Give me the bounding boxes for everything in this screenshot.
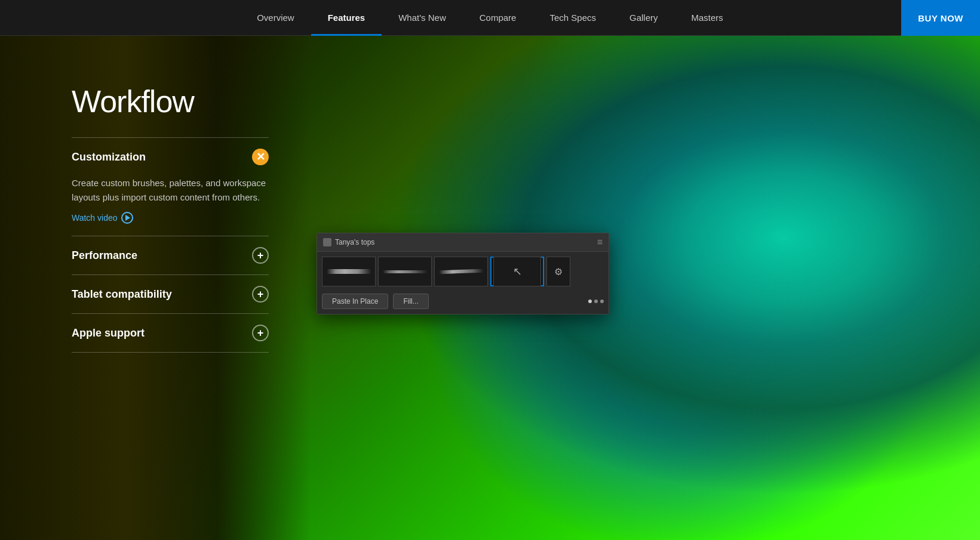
nav-dot-1[interactable]	[588, 300, 592, 303]
gear-area[interactable]: ⚙	[546, 257, 570, 286]
cursor-symbol: ↖	[513, 265, 522, 278]
accordion-item-performance: Performance +	[72, 236, 269, 274]
brush-grid: ↖ ⚙	[317, 252, 609, 291]
accordion-plus-icon-performance[interactable]: +	[252, 247, 269, 264]
brush-cell-1[interactable]	[322, 257, 376, 286]
watch-video-link[interactable]: Watch video	[72, 212, 269, 224]
brush-cell-selected[interactable]: ↖	[490, 257, 544, 286]
brush-stroke-3	[438, 269, 483, 274]
brush-panel-title-area: Tanya's tops	[323, 238, 374, 246]
accordion-label-performance: Performance	[72, 249, 137, 262]
fill-button[interactable]: Fill...	[393, 294, 428, 309]
nav-dot-3[interactable]	[600, 300, 604, 303]
gear-icon[interactable]: ⚙	[554, 266, 563, 277]
accordion-item-tablet: Tablet compatibility +	[72, 274, 269, 313]
buy-now-button[interactable]: BUY NOW	[901, 0, 980, 36]
watch-video-label: Watch video	[72, 213, 118, 223]
nav-item-tech-specs[interactable]: Tech Specs	[533, 0, 613, 36]
brush-panel-icon	[323, 238, 331, 246]
nav-item-features[interactable]: Features	[311, 0, 382, 36]
accordion-label-customization: Customization	[72, 151, 146, 163]
accordion-header-performance[interactable]: Performance +	[72, 236, 269, 274]
brush-stroke-1	[327, 269, 371, 274]
section-title: Workflow	[72, 84, 269, 119]
nav-item-whats-new[interactable]: What's New	[382, 0, 463, 36]
accordion-header-customization[interactable]: Customization ✕	[72, 138, 269, 176]
sidebar-content: Workflow Customization ✕ Create custom b…	[0, 36, 299, 540]
main-nav: Overview Features What's New Compare Tec…	[0, 0, 980, 36]
brush-stroke-2	[383, 270, 428, 273]
accordion-item-customization: Customization ✕ Create custom brushes, p…	[72, 137, 269, 236]
accordion-body-customization: Create custom brushes, palettes, and wor…	[72, 176, 269, 236]
brush-panel-titlebar: Tanya's tops ≡	[317, 233, 609, 252]
play-icon	[121, 212, 133, 224]
accordion-close-icon-customization[interactable]: ✕	[252, 149, 269, 165]
brush-panel-menu-icon[interactable]: ≡	[597, 237, 603, 248]
accordion-plus-icon-apple[interactable]: +	[252, 325, 269, 341]
brush-cell-3[interactable]	[434, 257, 488, 286]
play-triangle	[125, 215, 130, 221]
brush-cell-2[interactable]	[378, 257, 432, 286]
accordion: Customization ✕ Create custom brushes, p…	[72, 137, 269, 353]
accordion-header-tablet[interactable]: Tablet compatibility +	[72, 275, 269, 313]
nav-items: Overview Features What's New Compare Tec…	[240, 0, 740, 36]
nav-item-overview[interactable]: Overview	[240, 0, 311, 36]
accordion-label-tablet: Tablet compatibility	[72, 288, 172, 301]
brush-panel-title: Tanya's tops	[335, 238, 374, 246]
accordion-item-apple: Apple support +	[72, 313, 269, 353]
accordion-header-apple[interactable]: Apple support +	[72, 314, 269, 352]
nav-item-masters[interactable]: Masters	[675, 0, 740, 36]
nav-dot-2[interactable]	[594, 300, 598, 303]
cursor-area: ↖	[493, 257, 541, 286]
brush-actions: Paste In Place Fill...	[317, 291, 609, 314]
accordion-plus-icon-tablet[interactable]: +	[252, 286, 269, 303]
customization-description: Create custom brushes, palettes, and wor…	[72, 176, 269, 205]
accordion-label-apple: Apple support	[72, 327, 145, 340]
brush-dots-nav	[588, 300, 604, 303]
paste-in-place-button[interactable]: Paste In Place	[322, 294, 388, 309]
nav-item-compare[interactable]: Compare	[463, 0, 533, 36]
nav-item-gallery[interactable]: Gallery	[613, 0, 675, 36]
brush-panel: Tanya's tops ≡ ↖ ⚙ Paste In Place Fill..…	[317, 233, 609, 314]
